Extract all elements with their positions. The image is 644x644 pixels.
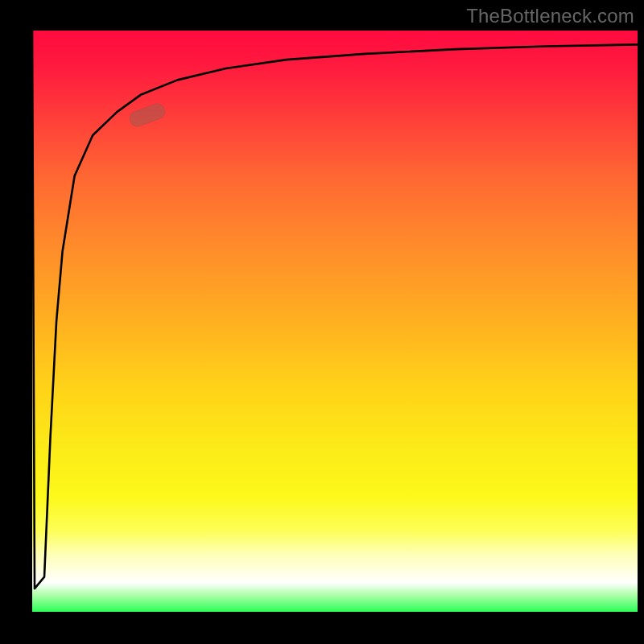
chart-gradient-background xyxy=(32,31,638,612)
watermark-text: TheBottleneck.com xyxy=(466,5,634,27)
chart-area xyxy=(32,31,638,612)
